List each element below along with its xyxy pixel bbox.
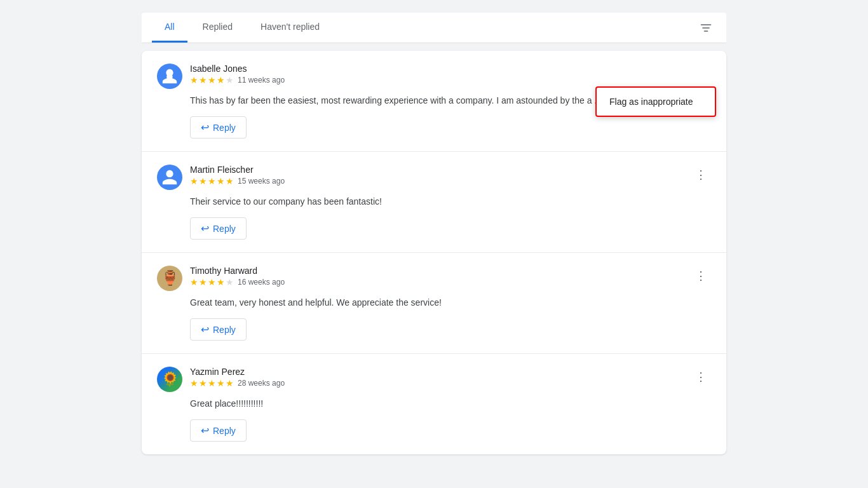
star-4: ★ bbox=[217, 176, 225, 186]
avatar: ● bbox=[157, 64, 182, 89]
avatar: 🏺 bbox=[157, 266, 182, 291]
star-3: ★ bbox=[208, 75, 216, 85]
star-2: ★ bbox=[199, 378, 207, 388]
star-5: ★ bbox=[226, 378, 234, 388]
reply-button[interactable]: ↩ Reply bbox=[190, 116, 247, 139]
page-container: All Replied Haven't replied ● bbox=[129, 0, 739, 467]
star-1: ★ bbox=[190, 277, 198, 287]
avatar: 🌻 bbox=[157, 367, 182, 392]
reply-label: Reply bbox=[213, 325, 236, 335]
stars: ★ ★ ★ ★ ★ bbox=[190, 75, 234, 85]
star-1: ★ bbox=[190, 378, 198, 388]
star-4: ★ bbox=[217, 378, 225, 388]
review-text: Great place!!!!!!!!!!! bbox=[190, 397, 711, 410]
reviewer-info: Isabelle Jones ★ ★ ★ ★ ★ 11 weeks ago bbox=[190, 64, 711, 85]
filter-icon[interactable] bbox=[696, 18, 716, 38]
rating-row: ★ ★ ★ ★ ★ 28 weeks ago bbox=[190, 378, 691, 388]
avatar-emoji: 🌻 bbox=[161, 371, 179, 388]
review-card: ● Isabelle Jones ★ ★ ★ ★ ★ bbox=[142, 51, 726, 152]
tabs-bar: All Replied Haven't replied bbox=[142, 13, 726, 43]
reply-arrow-icon: ↩ bbox=[201, 222, 209, 234]
reviewer-name: Timothy Harward bbox=[190, 266, 691, 276]
star-2: ★ bbox=[199, 75, 207, 85]
more-menu-button[interactable]: ⋮ bbox=[691, 266, 711, 286]
rating-row: ★ ★ ★ ★ ★ 16 weeks ago bbox=[190, 277, 691, 287]
flag-inappropriate-item[interactable]: Flag as inappropriate bbox=[597, 90, 715, 113]
avatar bbox=[157, 165, 182, 190]
review-text: Great team, very honest and helpful. We … bbox=[190, 296, 711, 309]
reply-button[interactable]: ↩ Reply bbox=[190, 419, 247, 442]
reviewer-name: Yazmin Perez bbox=[190, 367, 691, 377]
star-2: ★ bbox=[199, 176, 207, 186]
reply-arrow-icon: ↩ bbox=[201, 121, 209, 133]
reviewer-info: Martin Fleischer ★ ★ ★ ★ ★ 15 weeks ago bbox=[190, 165, 691, 186]
time-ago: 28 weeks ago bbox=[238, 379, 285, 388]
reviewer-name: Martin Fleischer bbox=[190, 165, 691, 175]
reply-arrow-icon: ↩ bbox=[201, 323, 209, 336]
tab-all[interactable]: All bbox=[152, 13, 187, 43]
more-menu-button[interactable]: ⋮ bbox=[691, 165, 711, 185]
more-menu-button[interactable]: ⋮ bbox=[691, 367, 711, 387]
reviewer-info: Yazmin Perez ★ ★ ★ ★ ★ 28 weeks ago bbox=[190, 367, 691, 388]
rating-row: ★ ★ ★ ★ ★ 15 weeks ago bbox=[190, 176, 691, 186]
star-2: ★ bbox=[199, 277, 207, 287]
star-1: ★ bbox=[190, 176, 198, 186]
tab-havent-replied[interactable]: Haven't replied bbox=[248, 13, 332, 43]
stars: ★ ★ ★ ★ ★ bbox=[190, 277, 234, 287]
star-5: ★ bbox=[226, 75, 234, 85]
review-card: 🌻 Yazmin Perez ★ ★ ★ ★ ★ 28 weeks ago bbox=[142, 354, 726, 454]
star-3: ★ bbox=[208, 176, 216, 186]
review-header: 🏺 Timothy Harward ★ ★ ★ ★ ★ 16 weeks ago bbox=[157, 266, 711, 291]
stars: ★ ★ ★ ★ ★ bbox=[190, 378, 234, 388]
flag-dropdown-menu: Flag as inappropriate bbox=[595, 86, 716, 117]
review-card: Martin Fleischer ★ ★ ★ ★ ★ 15 weeks ago … bbox=[142, 152, 726, 253]
reply-button[interactable]: ↩ Reply bbox=[190, 217, 247, 240]
star-4: ★ bbox=[217, 277, 225, 287]
star-1: ★ bbox=[190, 75, 198, 85]
reply-button[interactable]: ↩ Reply bbox=[190, 318, 247, 341]
star-3: ★ bbox=[208, 378, 216, 388]
avatar-emoji: 🏺 bbox=[161, 270, 179, 287]
reply-arrow-icon: ↩ bbox=[201, 424, 209, 437]
reply-label: Reply bbox=[213, 224, 236, 234]
review-card: 🏺 Timothy Harward ★ ★ ★ ★ ★ 16 weeks ago bbox=[142, 253, 726, 354]
review-text: Their service to our company has been fa… bbox=[190, 195, 711, 208]
reply-label: Reply bbox=[213, 426, 236, 436]
rating-row: ★ ★ ★ ★ ★ 11 weeks ago bbox=[190, 75, 711, 85]
review-text-content: This has by far been the easiest, most r… bbox=[190, 95, 592, 105]
tab-replied[interactable]: Replied bbox=[190, 13, 245, 43]
reply-label: Reply bbox=[213, 123, 236, 133]
review-header: Martin Fleischer ★ ★ ★ ★ ★ 15 weeks ago … bbox=[157, 165, 711, 190]
review-header: ● Isabelle Jones ★ ★ ★ ★ ★ bbox=[157, 64, 711, 89]
reviews-container: ● Isabelle Jones ★ ★ ★ ★ ★ bbox=[142, 51, 726, 454]
time-ago: 16 weeks ago bbox=[238, 278, 285, 287]
review-header: 🌻 Yazmin Perez ★ ★ ★ ★ ★ 28 weeks ago bbox=[157, 367, 711, 392]
star-4: ★ bbox=[217, 75, 225, 85]
stars: ★ ★ ★ ★ ★ bbox=[190, 176, 234, 186]
time-ago: 11 weeks ago bbox=[238, 76, 285, 85]
time-ago: 15 weeks ago bbox=[238, 177, 285, 186]
star-5: ★ bbox=[226, 277, 234, 287]
star-5: ★ bbox=[226, 176, 234, 186]
star-3: ★ bbox=[208, 277, 216, 287]
reviewer-name: Isabelle Jones bbox=[190, 64, 711, 74]
reviewer-info: Timothy Harward ★ ★ ★ ★ ★ 16 weeks ago bbox=[190, 266, 691, 287]
